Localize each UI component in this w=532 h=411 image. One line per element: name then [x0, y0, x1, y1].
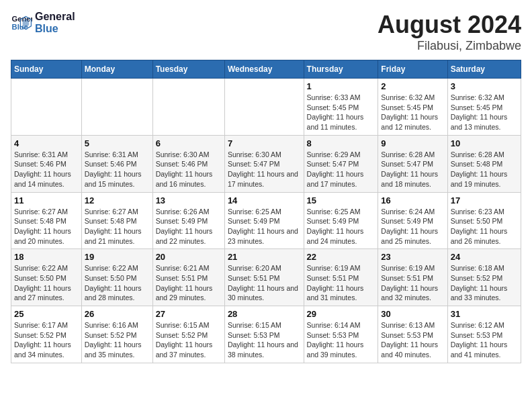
- logo: General Blue General Blue: [11, 11, 75, 35]
- calendar-cell: 28Sunrise: 6:15 AM Sunset: 5:53 PM Dayli…: [224, 306, 304, 363]
- calendar-cell: 31Sunrise: 6:12 AM Sunset: 5:53 PM Dayli…: [447, 306, 521, 363]
- column-header-friday: Friday: [378, 60, 447, 79]
- calendar-cell: [152, 79, 224, 136]
- day-info: Sunrise: 6:30 AM Sunset: 5:46 PM Dayligh…: [156, 150, 222, 189]
- day-info: Sunrise: 6:27 AM Sunset: 5:48 PM Dayligh…: [14, 207, 79, 246]
- day-info: Sunrise: 6:25 AM Sunset: 5:49 PM Dayligh…: [307, 207, 375, 246]
- day-info: Sunrise: 6:29 AM Sunset: 5:47 PM Dayligh…: [307, 150, 375, 189]
- calendar-cell: 19Sunrise: 6:22 AM Sunset: 5:50 PM Dayli…: [81, 249, 152, 306]
- calendar-cell: 8Sunrise: 6:29 AM Sunset: 5:47 PM Daylig…: [304, 135, 378, 192]
- calendar-cell: 13Sunrise: 6:26 AM Sunset: 5:49 PM Dayli…: [152, 192, 224, 249]
- day-info: Sunrise: 6:18 AM Sunset: 5:52 PM Dayligh…: [451, 263, 518, 303]
- day-info: Sunrise: 6:26 AM Sunset: 5:49 PM Dayligh…: [156, 207, 222, 246]
- day-info: Sunrise: 6:14 AM Sunset: 5:53 PM Dayligh…: [307, 320, 375, 360]
- calendar-cell: 1Sunrise: 6:33 AM Sunset: 5:45 PM Daylig…: [304, 79, 378, 136]
- calendar-cell: 2Sunrise: 6:32 AM Sunset: 5:45 PM Daylig…: [378, 79, 447, 136]
- calendar-cell: 3Sunrise: 6:32 AM Sunset: 5:45 PM Daylig…: [447, 79, 521, 136]
- day-info: Sunrise: 6:22 AM Sunset: 5:50 PM Dayligh…: [14, 263, 79, 303]
- calendar-week-row: 1Sunrise: 6:33 AM Sunset: 5:45 PM Daylig…: [11, 79, 521, 136]
- day-number: 6: [156, 138, 222, 148]
- calendar-cell: 11Sunrise: 6:27 AM Sunset: 5:48 PM Dayli…: [11, 192, 82, 249]
- day-number: 10: [451, 138, 518, 148]
- day-number: 20: [156, 252, 222, 262]
- calendar-cell: 10Sunrise: 6:28 AM Sunset: 5:48 PM Dayli…: [447, 135, 521, 192]
- day-number: 7: [228, 138, 301, 148]
- day-info: Sunrise: 6:28 AM Sunset: 5:48 PM Dayligh…: [451, 150, 518, 189]
- day-info: Sunrise: 6:24 AM Sunset: 5:49 PM Dayligh…: [381, 207, 444, 246]
- calendar-cell: 12Sunrise: 6:27 AM Sunset: 5:48 PM Dayli…: [81, 192, 152, 249]
- page-header: General Blue General Blue August 2024 Fi…: [11, 11, 521, 53]
- calendar-cell: 4Sunrise: 6:31 AM Sunset: 5:46 PM Daylig…: [11, 135, 82, 192]
- day-number: 17: [451, 195, 518, 205]
- title-block: August 2024 Filabusi, Zimbabwe: [378, 11, 521, 53]
- day-number: 22: [307, 252, 375, 262]
- day-info: Sunrise: 6:27 AM Sunset: 5:48 PM Dayligh…: [85, 207, 150, 246]
- day-number: 12: [85, 195, 150, 205]
- day-number: 15: [307, 195, 375, 205]
- day-info: Sunrise: 6:31 AM Sunset: 5:46 PM Dayligh…: [14, 150, 79, 189]
- logo-icon: General Blue: [11, 12, 32, 34]
- day-info: Sunrise: 6:17 AM Sunset: 5:52 PM Dayligh…: [14, 320, 79, 360]
- day-info: Sunrise: 6:28 AM Sunset: 5:47 PM Dayligh…: [381, 150, 444, 189]
- calendar-cell: 21Sunrise: 6:20 AM Sunset: 5:51 PM Dayli…: [224, 249, 304, 306]
- day-number: 11: [14, 195, 79, 205]
- day-info: Sunrise: 6:20 AM Sunset: 5:51 PM Dayligh…: [228, 263, 301, 303]
- day-number: 3: [451, 81, 518, 91]
- calendar-cell: 30Sunrise: 6:13 AM Sunset: 5:53 PM Dayli…: [378, 306, 447, 363]
- column-header-wednesday: Wednesday: [224, 60, 304, 79]
- calendar-cell: 15Sunrise: 6:25 AM Sunset: 5:49 PM Dayli…: [304, 192, 378, 249]
- day-info: Sunrise: 6:16 AM Sunset: 5:52 PM Dayligh…: [85, 320, 150, 360]
- main-title: August 2024: [378, 11, 521, 39]
- day-info: Sunrise: 6:15 AM Sunset: 5:52 PM Dayligh…: [156, 320, 222, 360]
- day-info: Sunrise: 6:13 AM Sunset: 5:53 PM Dayligh…: [381, 320, 444, 360]
- calendar-header-row: SundayMondayTuesdayWednesdayThursdayFrid…: [11, 60, 521, 79]
- day-number: 9: [381, 138, 444, 148]
- day-number: 14: [228, 195, 301, 205]
- calendar-cell: 24Sunrise: 6:18 AM Sunset: 5:52 PM Dayli…: [447, 249, 521, 306]
- day-number: 24: [451, 252, 518, 262]
- calendar-cell: 16Sunrise: 6:24 AM Sunset: 5:49 PM Dayli…: [378, 192, 447, 249]
- day-info: Sunrise: 6:21 AM Sunset: 5:51 PM Dayligh…: [156, 263, 222, 303]
- day-info: Sunrise: 6:33 AM Sunset: 5:45 PM Dayligh…: [307, 93, 375, 132]
- day-number: 8: [307, 138, 375, 148]
- day-number: 26: [85, 309, 150, 319]
- calendar-cell: 18Sunrise: 6:22 AM Sunset: 5:50 PM Dayli…: [11, 249, 82, 306]
- day-number: 5: [85, 138, 150, 148]
- day-info: Sunrise: 6:32 AM Sunset: 5:45 PM Dayligh…: [381, 93, 444, 132]
- calendar-week-row: 18Sunrise: 6:22 AM Sunset: 5:50 PM Dayli…: [11, 249, 521, 306]
- column-header-sunday: Sunday: [11, 60, 82, 79]
- calendar-cell: 23Sunrise: 6:19 AM Sunset: 5:51 PM Dayli…: [378, 249, 447, 306]
- calendar-week-row: 11Sunrise: 6:27 AM Sunset: 5:48 PM Dayli…: [11, 192, 521, 249]
- day-number: 21: [228, 252, 301, 262]
- calendar-table: SundayMondayTuesdayWednesdayThursdayFrid…: [11, 60, 521, 363]
- day-number: 31: [451, 309, 518, 319]
- calendar-cell: 29Sunrise: 6:14 AM Sunset: 5:53 PM Dayli…: [304, 306, 378, 363]
- day-info: Sunrise: 6:32 AM Sunset: 5:45 PM Dayligh…: [451, 93, 518, 132]
- calendar-cell: 17Sunrise: 6:23 AM Sunset: 5:50 PM Dayli…: [447, 192, 521, 249]
- day-number: 29: [307, 309, 375, 319]
- logo-text-blue: Blue: [35, 23, 75, 35]
- calendar-cell: 26Sunrise: 6:16 AM Sunset: 5:52 PM Dayli…: [81, 306, 152, 363]
- day-number: 16: [381, 195, 444, 205]
- calendar-cell: 6Sunrise: 6:30 AM Sunset: 5:46 PM Daylig…: [152, 135, 224, 192]
- calendar-cell: 25Sunrise: 6:17 AM Sunset: 5:52 PM Dayli…: [11, 306, 82, 363]
- day-info: Sunrise: 6:30 AM Sunset: 5:47 PM Dayligh…: [228, 150, 301, 189]
- calendar-cell: [224, 79, 304, 136]
- calendar-week-row: 25Sunrise: 6:17 AM Sunset: 5:52 PM Dayli…: [11, 306, 521, 363]
- day-number: 19: [85, 252, 150, 262]
- day-info: Sunrise: 6:19 AM Sunset: 5:51 PM Dayligh…: [307, 263, 375, 303]
- day-info: Sunrise: 6:22 AM Sunset: 5:50 PM Dayligh…: [85, 263, 150, 303]
- day-info: Sunrise: 6:19 AM Sunset: 5:51 PM Dayligh…: [381, 263, 444, 303]
- day-number: 18: [14, 252, 79, 262]
- day-number: 13: [156, 195, 222, 205]
- day-number: 23: [381, 252, 444, 262]
- column-header-saturday: Saturday: [447, 60, 521, 79]
- logo-text-general: General: [35, 11, 75, 23]
- subtitle: Filabusi, Zimbabwe: [378, 39, 521, 53]
- day-info: Sunrise: 6:23 AM Sunset: 5:50 PM Dayligh…: [451, 207, 518, 246]
- day-info: Sunrise: 6:25 AM Sunset: 5:49 PM Dayligh…: [228, 207, 301, 246]
- day-info: Sunrise: 6:12 AM Sunset: 5:53 PM Dayligh…: [451, 320, 518, 360]
- day-number: 25: [14, 309, 79, 319]
- column-header-monday: Monday: [81, 60, 152, 79]
- day-number: 27: [156, 309, 222, 319]
